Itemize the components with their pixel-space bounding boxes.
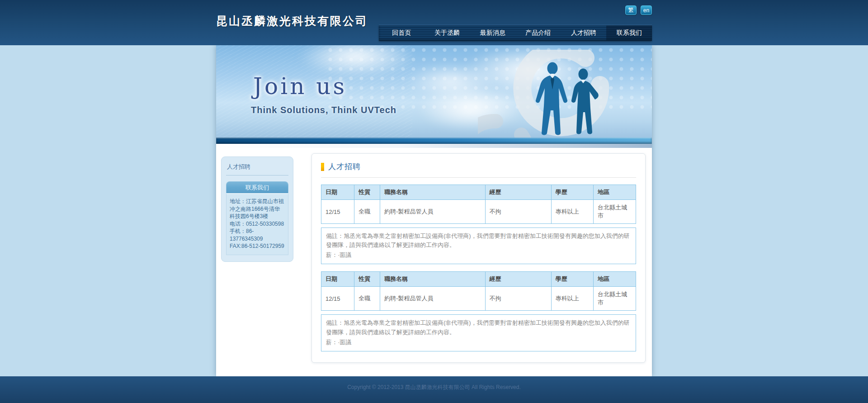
cell-jobtitle: 約聘-製程品管人員 (380, 200, 485, 224)
col-header-date: 日期 (321, 185, 354, 200)
job-table: 日期 性質 職務名稱 經歷 學歷 地區 12/15 全職 約聘-製程品管人員 不… (321, 185, 636, 224)
nav-item-contact[interactable]: 联系我们 (606, 25, 652, 41)
cell-education: 專科以上 (551, 200, 593, 224)
cell-jobtitle: 約聘-製程品管人員 (380, 287, 485, 311)
cell-date: 12/15 (321, 200, 354, 224)
col-header-area: 地區 (594, 185, 636, 200)
title-accent-bar (321, 163, 324, 171)
col-header-jobtitle: 職務名稱 (380, 185, 485, 200)
cell-experience: 不拘 (485, 287, 551, 311)
col-header-education: 學歷 (551, 272, 593, 287)
banner-sub-stripe (216, 144, 652, 148)
col-header-area: 地區 (594, 272, 636, 287)
job-remark-text: 備註：旭丞光電為專業之雷射精密加工設備商(非代理商)，我們需要對雷射精密加工技術… (326, 232, 631, 250)
contact-info: 地址：江苏省昆山市祖冲之南路1666号清华科技园6号楼3楼 电话：0512-50… (226, 193, 288, 255)
cell-education: 專科以上 (551, 287, 593, 311)
cell-type: 全職 (354, 200, 380, 224)
lang-button-traditional[interactable]: 繁 (625, 5, 637, 15)
cell-area: 台北縣土城市 (594, 200, 636, 224)
contact-us-button[interactable]: 联系我们 (226, 181, 288, 193)
copyright-text: Copyright © 2012-2013 昆山丞麟激光科技有限公司 All R… (0, 384, 868, 391)
nav-item-about[interactable]: 关于丞麟 (425, 25, 470, 41)
language-switcher: 繁 en (625, 5, 652, 15)
col-header-experience: 經歷 (485, 272, 551, 287)
job-table: 日期 性質 職務名稱 經歷 學歷 地區 12/15 全職 約聘-製程品管人員 不… (321, 271, 636, 311)
table-row: 12/15 全職 約聘-製程品管人員 不拘 專科以上 台北縣土城市 (321, 287, 636, 311)
nav-item-news[interactable]: 最新消息 (470, 25, 515, 41)
col-header-type: 性質 (354, 185, 380, 200)
col-header-experience: 經歷 (485, 185, 551, 200)
nav-item-home[interactable]: 回首页 (379, 25, 425, 41)
table-header-row: 日期 性質 職務名稱 經歷 學歷 地區 (321, 272, 636, 287)
cell-area: 台北縣土城市 (594, 287, 636, 311)
banner-bottom-bar (216, 137, 652, 144)
nav-item-products[interactable]: 产品介绍 (515, 25, 561, 41)
content-column: Join us Think Solutions, Think UVTech 人才… (216, 45, 652, 376)
page-title: 人才招聘 (328, 161, 361, 172)
job-remark-box: 備註：旭丞光電為專業之雷射精密加工設備商(非代理商)，我們需要對雷射精密加工技術… (321, 228, 636, 264)
cell-type: 全職 (354, 287, 380, 311)
cell-experience: 不拘 (485, 200, 551, 224)
contact-phone: 电话：0512-50330598 (230, 220, 285, 228)
title-divider (321, 177, 636, 178)
banner-headline: Join us (253, 73, 347, 100)
col-header-date: 日期 (321, 272, 354, 287)
col-header-jobtitle: 職務名稱 (380, 272, 485, 287)
main-navigation: 回首页 关于丞麟 最新消息 产品介绍 人才招聘 联系我们 (379, 25, 652, 41)
table-row: 12/15 全職 約聘-製程品管人員 不拘 專科以上 台北縣土城市 (321, 200, 636, 224)
contact-fax: FAX:86-512-50172959 (230, 242, 285, 250)
recruit-banner: Join us Think Solutions, Think UVTech (216, 45, 652, 137)
business-people-silhouette (526, 62, 607, 137)
site-header: 昆山丞麟激光科技有限公司 繁 en 回首页 关于丞麟 最新消息 产品介绍 人才招… (0, 0, 868, 45)
contact-mobile: 手机：86-13776345309 (230, 228, 285, 242)
cell-date: 12/15 (321, 287, 354, 311)
job-salary-text: 薪：·面議 (326, 251, 631, 260)
table-header-row: 日期 性質 職務名稱 經歷 學歷 地區 (321, 185, 636, 200)
page-background: Join us Think Solutions, Think UVTech 人才… (0, 45, 868, 376)
banner-slogan: Think Solutions, Think UVTech (251, 105, 396, 115)
site-footer: Copyright © 2012-2013 昆山丞麟激光科技有限公司 All R… (0, 376, 868, 403)
contact-address: 地址：江苏省昆山市祖冲之南路1666号清华科技园6号楼3楼 (230, 198, 285, 220)
job-remark-text: 備註：旭丞光電為專業之雷射精密加工設備商(非代理商)，我們需要對雷射精密加工技術… (326, 318, 631, 337)
sidebar-section-title: 人才招聘 (226, 162, 288, 175)
sidebar: 人才招聘 联系我们 地址：江苏省昆山市祖冲之南路1666号清华科技园6号楼3楼 … (221, 156, 293, 262)
company-title: 昆山丞麟激光科技有限公司 (216, 14, 368, 28)
lang-button-english[interactable]: en (641, 5, 652, 15)
nav-item-recruit[interactable]: 人才招聘 (561, 25, 607, 41)
contact-card: 联系我们 地址：江苏省昆山市祖冲之南路1666号清华科技园6号楼3楼 电话：05… (226, 181, 288, 255)
main-panel: 人才招聘 日期 性質 職務名稱 經歷 學歷 地區 12/15 全職 (311, 153, 646, 363)
col-header-type: 性質 (354, 272, 380, 287)
job-remark-box: 備註：旭丞光電為專業之雷射精密加工設備商(非代理商)，我們需要對雷射精密加工技術… (321, 314, 636, 351)
col-header-education: 學歷 (551, 185, 593, 200)
job-salary-text: 薪：·面議 (326, 338, 631, 347)
